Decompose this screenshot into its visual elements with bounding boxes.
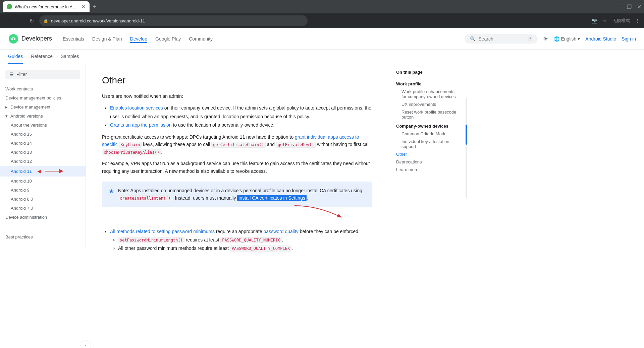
forward-button[interactable]: → bbox=[16, 16, 24, 25]
main-content: Other Users are now notified when an adm… bbox=[86, 64, 388, 348]
password-quality-link[interactable]: password quality bbox=[264, 229, 299, 234]
sidebar-item-label: About the versions bbox=[11, 123, 47, 128]
sidebar-item-label: Android 8.0 bbox=[11, 197, 33, 202]
security-icon: 🔒 bbox=[43, 18, 48, 23]
filter-label: Filter bbox=[16, 72, 27, 77]
toc-scrollbar-thumb bbox=[466, 125, 467, 145]
sidebar-item-label: Best practices bbox=[5, 234, 33, 239]
sidebar-item-best-practices[interactable]: Best practices bbox=[0, 232, 86, 241]
sidebar-item-android13[interactable]: Android 13 bbox=[0, 148, 86, 157]
android-studio-link[interactable]: Android Studio bbox=[585, 36, 616, 42]
filter-box[interactable]: ☰ Filter bbox=[5, 70, 80, 79]
password-list-item-1: All methods related to setting password … bbox=[110, 227, 372, 253]
sidebar-item-android11[interactable]: Android 11 ◀ bbox=[0, 166, 86, 177]
nav-develop[interactable]: Develop bbox=[130, 35, 147, 43]
nav-community[interactable]: Community bbox=[189, 35, 213, 43]
sub-nav: Guides Reference Samples bbox=[0, 50, 644, 64]
site-header: Developers Essentials Design & Plan Deve… bbox=[0, 28, 644, 50]
sub-bullet-1: setPasswordMinimumLength() requires at l… bbox=[118, 236, 372, 244]
createinstallintent-code: createInstallIntent() bbox=[118, 195, 172, 201]
right-sidebar: On this page Work profile Work profile e… bbox=[388, 64, 468, 348]
sidebar-item-android9[interactable]: Android 9 bbox=[0, 186, 86, 195]
arrow-annotation-sidebar: ◀ bbox=[37, 168, 41, 174]
password-minimums-link[interactable]: All methods related to setting password … bbox=[110, 229, 215, 234]
toc-individual-key[interactable]: Individual key attestation support bbox=[396, 138, 460, 150]
sidebar-item-android14[interactable]: Android 14 bbox=[0, 139, 86, 148]
search-shortcut-key: / bbox=[528, 37, 532, 41]
toc-learn-more[interactable]: Learn more bbox=[396, 166, 460, 173]
language-selector[interactable]: 🌐 English ▾ bbox=[554, 36, 580, 42]
nav-design-plan[interactable]: Design & Plan bbox=[92, 35, 122, 43]
para2-mid: keys, allowing these apps to call bbox=[142, 142, 211, 147]
sidebar-item-label: Device management bbox=[10, 105, 50, 110]
page-heading: Other bbox=[102, 75, 372, 86]
window-controls: — ❐ ✕ bbox=[616, 4, 641, 10]
nav-google-play[interactable]: Google Play bbox=[155, 35, 181, 43]
toc-work-profile-enhancements[interactable]: Work profile enhancements for company-ow… bbox=[396, 88, 460, 100]
password-list: All methods related to setting password … bbox=[102, 227, 372, 253]
para2-start: Pre-grant certificate access to work app… bbox=[102, 134, 295, 140]
android-logo-icon bbox=[8, 33, 19, 44]
new-tab-button[interactable]: + bbox=[92, 3, 96, 11]
theme-toggle-icon[interactable]: ☀ bbox=[543, 35, 548, 43]
para2-dot: . bbox=[161, 149, 162, 155]
bookmark-icon[interactable]: ☆ bbox=[603, 18, 607, 23]
sidebar-item-android80[interactable]: Android 8.0 bbox=[0, 195, 86, 204]
password-quality-numeric-code: PASSWORD_QUALITY_NUMERIC bbox=[220, 237, 282, 243]
search-box[interactable]: 🔍 / bbox=[465, 34, 538, 44]
sidebar-item-work-contacts[interactable]: Work contacts bbox=[0, 84, 86, 93]
sidebar-item-android-versions[interactable]: ▾ Android versions bbox=[0, 112, 86, 121]
note-text1: Apps installed on unmanaged devices or i… bbox=[129, 188, 362, 193]
sign-in-button[interactable]: Sign in bbox=[622, 36, 636, 42]
sidebar-item-about-versions[interactable]: About the versions bbox=[0, 121, 86, 130]
left-sidebar: ☰ Filter Work contacts Device management… bbox=[0, 64, 86, 247]
grants-permission-link[interactable]: Grants an app the permission bbox=[110, 122, 172, 128]
sidebar-item-android10[interactable]: Android 10 bbox=[0, 177, 86, 186]
main-nav: Essentials Design & Plan Develop Google … bbox=[63, 35, 213, 43]
getcertchain-code: getCertificateChain() bbox=[211, 142, 266, 148]
tab-close-button[interactable]: ✕ bbox=[82, 4, 86, 9]
toc-deprecations[interactable]: Deprecations bbox=[396, 158, 460, 166]
tab-samples[interactable]: Samples bbox=[61, 50, 79, 64]
sidebar-item-device-administration[interactable]: Device administration bbox=[0, 213, 86, 222]
search-input[interactable] bbox=[478, 36, 525, 42]
logo-area[interactable]: Developers bbox=[8, 33, 52, 44]
toc-work-profile[interactable]: Work profile bbox=[396, 79, 460, 88]
maximize-button[interactable]: ❐ bbox=[627, 4, 632, 10]
sidebar-item-label: Android 7.0 bbox=[11, 206, 33, 211]
sidebar-item-label: Device administration bbox=[5, 215, 47, 220]
toc-common-criteria[interactable]: Common Criteria Mode bbox=[396, 130, 460, 138]
sidebar-item-device-management-policies[interactable]: Device management policies bbox=[0, 93, 86, 102]
filter-icon: ☰ bbox=[9, 72, 14, 77]
bullet3-rest: require an appropriate bbox=[215, 229, 264, 234]
expand-icon: ▸ bbox=[5, 105, 8, 110]
nav-essentials[interactable]: Essentials bbox=[63, 35, 84, 43]
sidebar-item-android12[interactable]: Android 12 bbox=[0, 157, 86, 166]
note-box: ★ Note: Apps installed on unmanaged devi… bbox=[102, 182, 372, 207]
sidebar-item-android70[interactable]: Android 7.0 bbox=[0, 204, 86, 213]
tab-reference[interactable]: Reference bbox=[31, 50, 53, 64]
browser-tab[interactable]: What's new for enterprise in A... ✕ bbox=[3, 1, 90, 12]
refresh-button[interactable]: ↻ bbox=[28, 16, 35, 25]
toc-other[interactable]: Other bbox=[396, 150, 460, 158]
para2-and: and bbox=[266, 142, 276, 147]
sidebar-collapse-button[interactable]: ‹ bbox=[80, 340, 91, 348]
address-bar[interactable]: 🔒 developer.android.com/work/versions/an… bbox=[39, 15, 308, 26]
menu-icon[interactable]: ⋮ bbox=[635, 18, 640, 23]
enables-location-link[interactable]: Enables location services bbox=[110, 105, 163, 111]
sidebar-item-device-management[interactable]: ▸ Device management bbox=[0, 102, 86, 112]
minimize-button[interactable]: — bbox=[616, 4, 622, 10]
sidebar-item-android15[interactable]: Android 15 bbox=[0, 130, 86, 139]
intro-paragraph: Users are now notified when an admin: bbox=[102, 92, 372, 100]
back-button[interactable]: ← bbox=[4, 16, 12, 25]
sub-bullet1-text: requires at least bbox=[184, 237, 220, 242]
tab-guides[interactable]: Guides bbox=[8, 50, 23, 64]
toc-reset-passcode[interactable]: Reset work profile passcode button bbox=[396, 108, 460, 121]
close-window-button[interactable]: ✕ bbox=[637, 4, 641, 10]
sidebar-item-label: Android 14 bbox=[11, 141, 32, 146]
header-right: 🔍 / ☀ 🌐 English ▾ Android Studio Sign in bbox=[465, 34, 636, 44]
site-logo-text: Developers bbox=[21, 35, 52, 42]
toc-company-owned[interactable]: Company-owned devices bbox=[396, 121, 460, 130]
toc-ux-improvements[interactable]: UX improvements bbox=[396, 100, 460, 108]
sidebar-item-label: Android 10 bbox=[11, 179, 32, 184]
